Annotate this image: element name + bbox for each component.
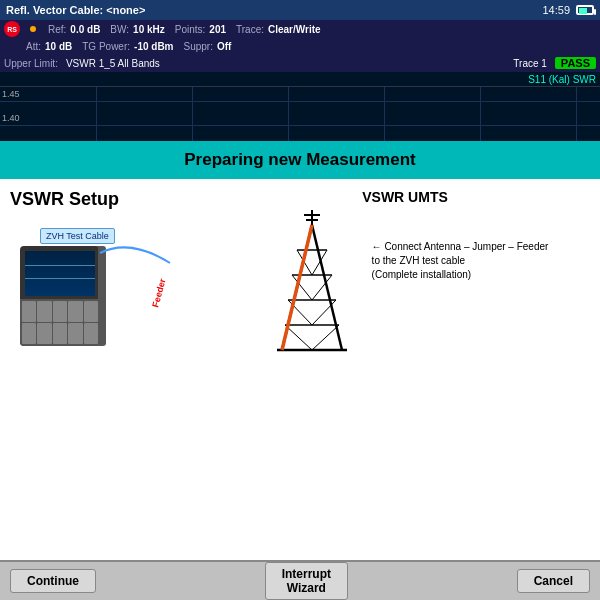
s11-label: S11 (Kal) SWR — [528, 74, 596, 85]
continue-button[interactable]: Continue — [10, 569, 96, 593]
pass-badge: PASS — [555, 57, 596, 69]
svg-text:Feeder: Feeder — [150, 277, 167, 309]
vswr-setup-title: VSWR Setup — [10, 189, 119, 210]
main-content: VSWR Setup ZVH Test Cable — [0, 179, 600, 600]
content-inner: VSWR Setup ZVH Test Cable — [0, 179, 600, 560]
dev-btn-3 — [53, 301, 67, 322]
tower-svg-container — [262, 210, 362, 374]
points-group: Points: 201 — [175, 24, 226, 35]
trace-group: Trace: Clear/Write — [236, 24, 321, 35]
ref-value: 0.0 dB — [70, 24, 100, 35]
grid-h2 — [0, 125, 600, 126]
screen-inner — [25, 251, 95, 296]
dev-btn-4 — [68, 301, 82, 322]
svg-line-17 — [312, 325, 339, 350]
att-group: Att: 10 dB — [26, 41, 72, 52]
dev-btn-1 — [22, 301, 36, 322]
dev-btn-9 — [68, 323, 82, 344]
y-label-140: 1.40 — [2, 113, 20, 123]
tg-label: TG Power: — [82, 41, 130, 52]
rs-logo: RS — [4, 21, 20, 37]
att-value: 10 dB — [45, 41, 72, 52]
device-body — [20, 246, 100, 346]
device-illustration: ZVH Test Cable — [10, 218, 170, 348]
tower-area: ← Connect Antenna – Jumper – Feeder to t… — [262, 210, 549, 374]
points-label: Points: — [175, 24, 206, 35]
device-handle — [98, 246, 106, 346]
tg-value: -10 dBm — [134, 41, 173, 52]
params-row-2: Att: 10 dB TG Power: -10 dBm Suppr: Off — [0, 38, 600, 54]
device-screen — [25, 251, 95, 296]
params-row-1: RS Ref: 0.0 dB BW: 10 kHz Points: 201 Tr… — [0, 20, 600, 38]
device-buttons — [20, 299, 100, 346]
dev-btn-7 — [37, 323, 51, 344]
grid-v2 — [192, 87, 193, 141]
ref-group: Ref: 0.0 dB — [48, 24, 100, 35]
tg-group: TG Power: -10 dBm — [82, 41, 173, 52]
tower-svg — [262, 210, 362, 370]
preparing-banner: Preparing new Measurement — [0, 141, 600, 179]
chart-area: 1.45 1.40 — [0, 86, 600, 141]
grid-v1 — [96, 87, 97, 141]
battery-icon — [576, 5, 594, 15]
zhv-label: ZVH Test Cable — [40, 228, 115, 244]
dev-btn-6 — [22, 323, 36, 344]
ref-label: Ref: — [48, 24, 66, 35]
bw-label: BW: — [110, 24, 129, 35]
limit-right: Trace 1 PASS — [513, 57, 596, 69]
grid-v4 — [384, 87, 385, 141]
dev-btn-8 — [53, 323, 67, 344]
interrupt-line1: Interrupt — [282, 567, 331, 581]
suppr-value: Off — [217, 41, 231, 52]
interrupt-wizard-button[interactable]: Interrupt Wizard — [265, 562, 348, 600]
cancel-button[interactable]: Cancel — [517, 569, 590, 593]
dev-btn-5 — [84, 301, 98, 322]
svg-line-5 — [312, 225, 342, 350]
vswr-umts-title: VSWR UMTS — [362, 189, 448, 205]
svg-line-16 — [285, 325, 312, 350]
att-label: Att: — [26, 41, 41, 52]
status-bar: Refl. Vector Cable: <none> 14:59 — [0, 0, 600, 20]
screen-line-1 — [25, 265, 95, 266]
status-right: 14:59 — [542, 4, 594, 16]
interrupt-line2: Wizard — [287, 581, 326, 595]
dev-btn-10 — [84, 323, 98, 344]
app-title: Refl. Vector Cable: <none> — [6, 4, 145, 16]
vswr-setup-section: VSWR Setup ZVH Test Cable — [10, 189, 210, 555]
limit-left: Upper Limit: VSWR 1_5 All Bands — [4, 58, 160, 69]
upper-limit-value: VSWR 1_5 All Bands — [66, 58, 160, 69]
button-bar: Continue Interrupt Wizard Cancel — [0, 560, 600, 600]
suppr-label: Suppr: — [184, 41, 213, 52]
bw-group: BW: 10 kHz — [110, 24, 164, 35]
clock: 14:59 — [542, 4, 570, 16]
main-screen: Refl. Vector Cable: <none> 14:59 RS Ref:… — [0, 0, 600, 600]
vswr-umts-section: VSWR UMTS — [220, 189, 590, 555]
bw-value: 10 kHz — [133, 24, 165, 35]
grid-v3 — [288, 87, 289, 141]
points-value: 201 — [209, 24, 226, 35]
upper-limit-label: Upper Limit: — [4, 58, 58, 69]
dev-btn-2 — [37, 301, 51, 322]
svg-line-19 — [282, 225, 312, 350]
trace-1-label: Trace 1 — [513, 58, 547, 69]
suppr-group: Suppr: Off — [184, 41, 232, 52]
limit-bar: Upper Limit: VSWR 1_5 All Bands Trace 1 … — [0, 54, 600, 72]
ref-dot — [30, 26, 36, 32]
grid-h1 — [0, 101, 600, 102]
trace-label: Trace: — [236, 24, 264, 35]
y-label-145: 1.45 — [2, 89, 20, 99]
connect-text: ← Connect Antenna – Jumper – Feeder to t… — [372, 240, 549, 282]
screen-line-2 — [25, 278, 95, 279]
trace-value: Clear/Write — [268, 24, 321, 35]
preparing-text: Preparing new Measurement — [184, 150, 415, 170]
grid-v6 — [576, 87, 577, 141]
grid-v5 — [480, 87, 481, 141]
